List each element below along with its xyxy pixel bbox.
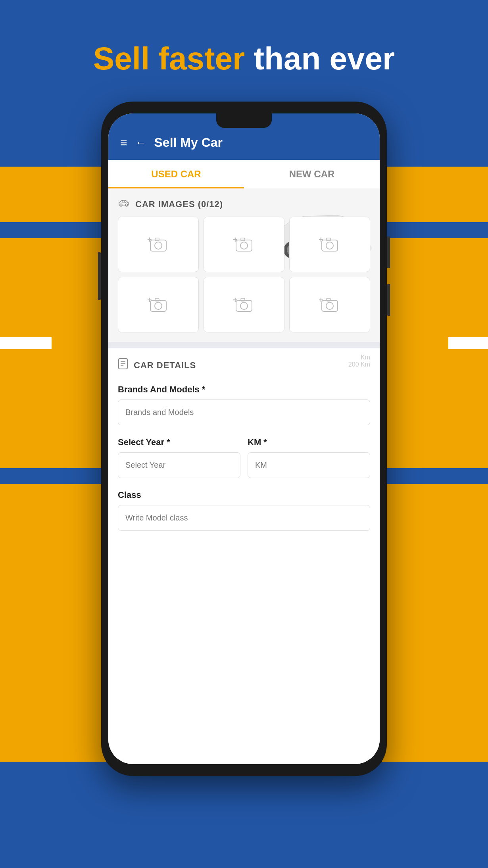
- select-year-input[interactable]: [118, 452, 240, 478]
- phone-outer: ≡ ← Sell My Car USED CAR NEW CAR: [101, 102, 387, 776]
- add-camera-icon-3: +: [321, 237, 338, 252]
- svg-point-11: [155, 242, 162, 249]
- hero-title: Sell faster than ever: [93, 40, 395, 78]
- svg-point-23: [240, 302, 248, 309]
- phone-screen: ≡ ← Sell My Car USED CAR NEW CAR: [108, 113, 380, 764]
- hero-title-highlight: Sell faster: [93, 41, 245, 76]
- image-slot-3[interactable]: +: [289, 217, 370, 272]
- bg-white-bar-left: [0, 337, 52, 349]
- menu-icon[interactable]: ≡: [120, 136, 127, 150]
- car-details-label: CAR DETAILS: [134, 360, 196, 371]
- phone-button-right-2: [387, 284, 390, 316]
- svg-point-20: [155, 302, 162, 309]
- document-icon: [118, 358, 128, 373]
- svg-point-26: [326, 302, 333, 309]
- image-slot-6[interactable]: +: [289, 277, 370, 332]
- phone-notch: [216, 113, 272, 128]
- tab-used-car[interactable]: USED CAR: [108, 160, 244, 188]
- image-slot-1[interactable]: +: [118, 217, 199, 272]
- image-slot-2[interactable]: +: [204, 217, 284, 272]
- add-camera-icon-6: +: [321, 297, 338, 312]
- phone-button-right-1: [387, 236, 390, 268]
- tabs-row: USED CAR NEW CAR: [108, 160, 380, 188]
- svg-rect-28: [119, 359, 127, 369]
- svg-point-14: [240, 242, 248, 249]
- add-camera-icon-1: +: [150, 237, 167, 252]
- km-input[interactable]: [248, 452, 370, 478]
- brands-models-label: Brands And Models *: [118, 384, 370, 395]
- car-details-section: Km 200 Km CAR DETAILS: [108, 348, 380, 764]
- brands-models-input[interactable]: [118, 399, 370, 425]
- tab-new-car[interactable]: NEW CAR: [244, 160, 380, 188]
- select-year-label: Select Year *: [118, 437, 240, 447]
- phone-button-left: [98, 252, 101, 300]
- hero-title-normal-text: than ever: [254, 41, 395, 76]
- car-images-label: CAR IMAGES (0/12): [135, 199, 223, 209]
- car-details-header: CAR DETAILS: [118, 358, 370, 373]
- image-slot-4[interactable]: +: [118, 277, 199, 332]
- km-label: KM *: [248, 437, 370, 447]
- image-slot-5[interactable]: +: [204, 277, 284, 332]
- select-year-group: Select Year *: [118, 437, 240, 478]
- add-camera-icon-4: +: [150, 297, 167, 312]
- svg-point-17: [326, 242, 333, 249]
- car-icon: [118, 198, 130, 210]
- bg-white-bar-right: [448, 337, 488, 349]
- brands-models-group: Brands And Models *: [118, 384, 370, 425]
- add-camera-icon-5: +: [235, 297, 253, 312]
- phone-wrapper: ≡ ← Sell My Car USED CAR NEW CAR: [101, 102, 387, 776]
- section-divider: [108, 342, 380, 348]
- class-group: Class: [118, 490, 370, 531]
- app-title: Sell My Car: [154, 135, 223, 150]
- car-images-header: CAR IMAGES (0/12): [108, 188, 380, 217]
- year-km-row: Select Year * KM *: [118, 437, 370, 490]
- add-camera-icon-2: +: [235, 237, 253, 252]
- km-group: KM *: [248, 437, 370, 478]
- car-image-section: CAR IMAGES (0/12) +: [108, 188, 380, 342]
- image-grid: + +: [108, 217, 380, 342]
- class-input[interactable]: [118, 505, 370, 531]
- class-label: Class: [118, 490, 370, 500]
- back-icon[interactable]: ←: [135, 136, 146, 149]
